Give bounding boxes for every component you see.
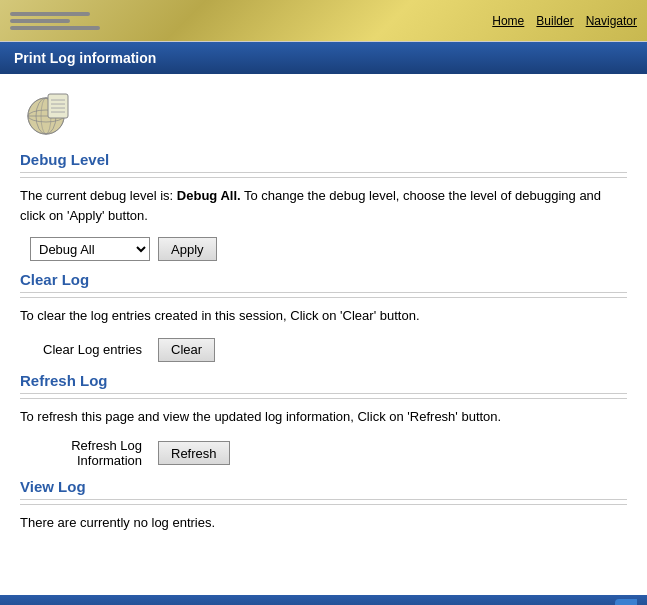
debug-desc-prefix: The current debug level is: — [20, 188, 173, 203]
page-title: Print Log information — [14, 50, 156, 66]
refresh-log-heading: Refresh Log — [20, 372, 627, 394]
debug-form-row: Debug All Debug None Debug Low Debug Med… — [30, 237, 627, 261]
clear-log-heading: Clear Log — [20, 271, 627, 293]
debug-description: The current debug level is: Debug All. T… — [20, 186, 627, 225]
view-divider — [20, 504, 627, 505]
refresh-divider — [20, 398, 627, 399]
builder-link[interactable]: Builder — [536, 14, 573, 28]
apply-button[interactable]: Apply — [158, 237, 217, 261]
bottom-bar — [0, 595, 647, 606]
refresh-description: To refresh this page and view the update… — [20, 407, 627, 427]
debug-divider — [20, 177, 627, 178]
clear-form-row: Clear Log entries Clear — [30, 338, 627, 362]
clear-button[interactable]: Clear — [158, 338, 215, 362]
logo-line-3 — [10, 26, 100, 30]
clear-description: To clear the log entries created in this… — [20, 306, 627, 326]
home-link[interactable]: Home — [492, 14, 524, 28]
refresh-form-row: Refresh LogInformation Refresh — [30, 438, 627, 468]
debug-current-level: Debug All. — [177, 188, 241, 203]
view-log-heading: View Log — [20, 478, 627, 500]
refresh-button[interactable]: Refresh — [158, 441, 230, 465]
globe-area — [0, 74, 647, 141]
top-header: Home Builder Navigator — [0, 0, 647, 42]
clear-divider — [20, 297, 627, 298]
logo-line-1 — [10, 12, 90, 16]
debug-level-heading: Debug Level — [20, 151, 627, 173]
globe-icon — [20, 84, 72, 136]
main-content: Debug Level The current debug level is: … — [0, 151, 647, 565]
logo-lines — [10, 12, 100, 30]
bottom-corner-decoration — [615, 599, 637, 606]
debug-level-select[interactable]: Debug All Debug None Debug Low Debug Med… — [30, 237, 150, 261]
top-nav: Home Builder Navigator — [492, 14, 637, 28]
navigator-link[interactable]: Navigator — [586, 14, 637, 28]
refresh-log-label: Refresh LogInformation — [30, 438, 150, 468]
svg-rect-6 — [48, 94, 68, 118]
logo — [10, 12, 100, 30]
view-log-description: There are currently no log entries. — [20, 513, 627, 533]
title-bar: Print Log information — [0, 42, 647, 74]
clear-log-label: Clear Log entries — [30, 342, 150, 357]
logo-line-2 — [10, 19, 70, 23]
